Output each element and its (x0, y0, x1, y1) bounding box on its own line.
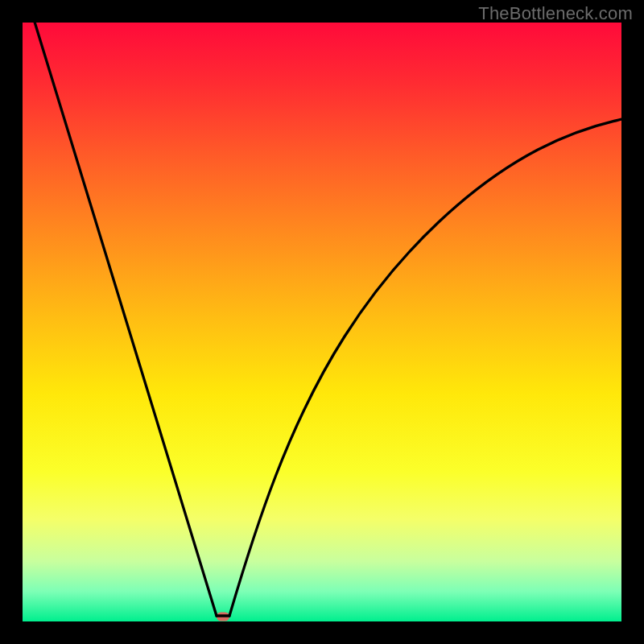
plot-area (23, 23, 621, 621)
curve-left-branch (34, 23, 217, 616)
chart-frame: TheBottleneck.com (0, 0, 644, 644)
curve-right-branch (229, 118, 621, 616)
watermark-text: TheBottleneck.com (478, 3, 633, 24)
bottleneck-curve (23, 23, 621, 621)
